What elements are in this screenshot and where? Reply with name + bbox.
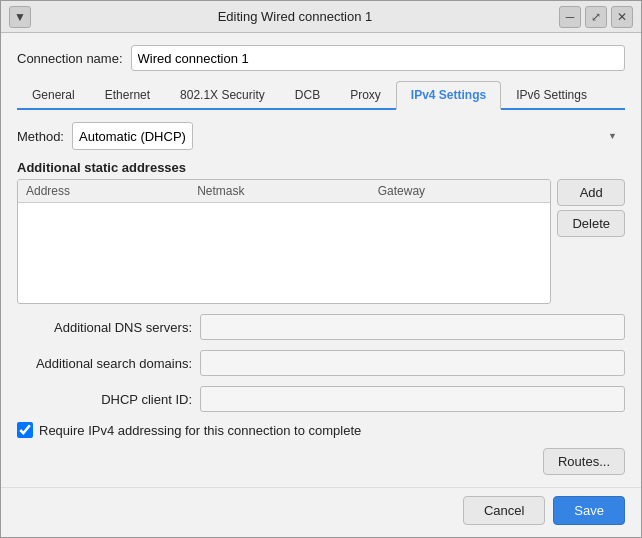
tab-proxy[interactable]: Proxy [335,81,396,108]
search-domains-label: Additional search domains: [17,356,192,371]
title-bar: ▼ Editing Wired connection 1 ─ ⤢ ✕ [1,1,641,33]
search-domains-row: Additional search domains: [17,350,625,376]
method-row: Method: Automatic (DHCP) [17,122,625,150]
address-btn-col: Add Delete [557,179,625,304]
close-icon: ✕ [617,10,627,24]
ipv4-tab-content: Method: Automatic (DHCP) Additional stat… [17,118,625,475]
search-domains-input[interactable] [200,350,625,376]
window-controls: ─ ⤢ ✕ [559,6,633,28]
dns-servers-row: Additional DNS servers: [17,314,625,340]
tab-ipv6-settings[interactable]: IPv6 Settings [501,81,602,108]
add-address-button[interactable]: Add [557,179,625,206]
method-select[interactable]: Automatic (DHCP) [72,122,193,150]
tab-dcb[interactable]: DCB [280,81,335,108]
dhcp-client-id-input[interactable] [200,386,625,412]
dns-servers-input[interactable] [200,314,625,340]
cancel-button[interactable]: Cancel [463,496,545,525]
menu-icon: ▼ [14,10,26,24]
tab-802-1x-security[interactable]: 802.1X Security [165,81,280,108]
window-title: Editing Wired connection 1 [31,9,559,24]
require-ipv4-checkbox[interactable] [17,422,33,438]
addresses-table-container: Address Netmask Gateway [17,179,551,304]
addresses-area: Address Netmask Gateway Add Delete [17,179,625,304]
dns-servers-label: Additional DNS servers: [17,320,192,335]
require-ipv4-row: Require IPv4 addressing for this connect… [17,422,625,438]
main-window: ▼ Editing Wired connection 1 ─ ⤢ ✕ Conne… [0,0,642,538]
gateway-col-header: Gateway [370,180,551,203]
require-ipv4-label: Require IPv4 addressing for this connect… [39,423,361,438]
footer: Cancel Save [1,487,641,537]
tab-ethernet[interactable]: Ethernet [90,81,165,108]
connection-name-row: Connection name: [17,45,625,71]
minimize-icon: ─ [566,10,575,24]
menu-button[interactable]: ▼ [9,6,31,28]
netmask-col-header: Netmask [189,180,370,203]
method-select-wrapper: Automatic (DHCP) [72,122,625,150]
routes-row: Routes... [17,448,625,475]
dhcp-client-id-row: DHCP client ID: [17,386,625,412]
dhcp-client-id-label: DHCP client ID: [17,392,192,407]
connection-name-label: Connection name: [17,51,123,66]
save-button[interactable]: Save [553,496,625,525]
addresses-table: Address Netmask Gateway [18,180,550,203]
static-addresses-section: Additional static addresses Address Netm… [17,160,625,304]
maximize-icon: ⤢ [591,10,601,24]
connection-name-input[interactable] [131,45,625,71]
address-col-header: Address [18,180,189,203]
tab-general[interactable]: General [17,81,90,108]
tab-ipv4-settings[interactable]: IPv4 Settings [396,81,501,110]
minimize-button[interactable]: ─ [559,6,581,28]
routes-button[interactable]: Routes... [543,448,625,475]
method-label: Method: [17,129,64,144]
close-button[interactable]: ✕ [611,6,633,28]
static-addresses-label: Additional static addresses [17,160,625,175]
tabs-bar: General Ethernet 802.1X Security DCB Pro… [17,81,625,110]
content-area: Connection name: General Ethernet 802.1X… [1,33,641,487]
maximize-button[interactable]: ⤢ [585,6,607,28]
delete-address-button[interactable]: Delete [557,210,625,237]
